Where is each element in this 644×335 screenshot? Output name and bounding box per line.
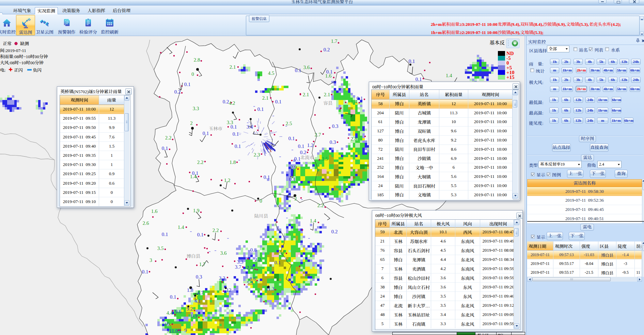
btn-wind-4h[interactable]: 4h bbox=[585, 77, 594, 83]
rain-accum-scrollbar[interactable] bbox=[512, 90, 518, 199]
wind-cell[interactable]: 4.2 bbox=[431, 264, 455, 273]
wind-cell[interactable]: 76 bbox=[375, 246, 390, 255]
rain5-cell[interactable]: 9.9 bbox=[99, 123, 125, 132]
rain-accum-cell[interactable]: 博白 bbox=[390, 136, 409, 145]
rain-accum-cell[interactable]: 127 bbox=[372, 127, 390, 136]
rain5-cell[interactable]: 1 bbox=[99, 160, 125, 169]
toolbar-item-docs[interactable]: 预警制作 bbox=[57, 15, 76, 35]
wind-col-header[interactable]: 序号 bbox=[375, 220, 390, 228]
wind-cell[interactable]: 10.1 bbox=[431, 228, 455, 237]
toolbar-item-calendar[interactable]: 监控刷新 bbox=[100, 15, 119, 35]
btn-wind-12h[interactable]: 12h bbox=[619, 77, 629, 83]
wind-cell[interactable]: 东风 bbox=[455, 283, 480, 292]
wind-cell[interactable]: 3.3 bbox=[431, 319, 455, 329]
rain-accum-cell[interactable]: 2019-07-11 10:00 bbox=[468, 136, 513, 145]
rain-accum-cell[interactable]: 6.9 bbox=[439, 154, 468, 163]
btn-rain-stat-3h_m[interactable]: 3h+m bbox=[590, 67, 600, 73]
wind-cell[interactable]: 3.6 bbox=[431, 283, 455, 292]
rain5-cell[interactable]: 2019-07-11 09:10 bbox=[60, 197, 99, 206]
rain-accum-cell[interactable]: 博白 bbox=[390, 127, 409, 136]
elevation-select[interactable]: 2.4 bbox=[597, 161, 622, 168]
btn-vis-12h[interactable]: 12h bbox=[574, 118, 583, 123]
minimize-button[interactable] bbox=[598, 0, 607, 3]
up-arrow-icon[interactable] bbox=[642, 180, 644, 182]
rain-accum-cell[interactable]: 文地镇 bbox=[409, 190, 439, 200]
alert-scroll-up-icon[interactable] bbox=[640, 16, 644, 20]
wind-cell[interactable]: 7 bbox=[375, 264, 390, 273]
wind-cell[interactable]: 2019-07-11 09:26 bbox=[480, 283, 517, 292]
lightning-cell[interactable]: -1.4 bbox=[616, 251, 635, 259]
rain5min-table[interactable]: 观测时间雨量2019-07-11 10:00122019-07-11 09:55… bbox=[60, 95, 130, 207]
wind-cell[interactable]: 2019-07-11 09:59 bbox=[480, 273, 517, 283]
wind-cell[interactable]: 玉林 bbox=[390, 310, 407, 319]
lightning-cell[interactable]: 2019-07-11 bbox=[527, 251, 553, 259]
sidebar-collapse-icon[interactable] bbox=[642, 39, 644, 42]
station-select-button[interactable]: 站点选择 bbox=[552, 144, 571, 152]
wind-cell[interactable]: 石南镇 bbox=[407, 319, 431, 329]
btn-wind-1h[interactable]: 1h bbox=[550, 77, 559, 83]
menu-tab-1[interactable]: 环境气象 bbox=[11, 7, 34, 14]
scroll-down-button[interactable] bbox=[513, 193, 518, 199]
rain-accum-cell[interactable]: 博白 bbox=[390, 118, 409, 127]
wind-cell[interactable]: 2019-07-11 08:34 bbox=[480, 255, 517, 264]
rain-accum-col-header[interactable]: 所属县 bbox=[390, 90, 409, 99]
map-mini-toolbar[interactable] bbox=[506, 39, 519, 48]
checkbox-show-radar[interactable] bbox=[531, 172, 535, 176]
pin-icon[interactable] bbox=[636, 38, 640, 43]
rain5-cell[interactable]: 2019-07-11 10:00 bbox=[60, 105, 99, 114]
wind-cell[interactable]: 4.4 bbox=[431, 255, 455, 264]
wind-cell[interactable]: 3.6 bbox=[431, 273, 455, 283]
rain-accum-cell[interactable]: 龙潭镇 bbox=[409, 118, 439, 127]
rain-accum-close-button[interactable] bbox=[513, 83, 519, 89]
rain-accum-cell[interactable]: 陆川 bbox=[390, 108, 409, 118]
lightning-cell[interactable]: -9.5 bbox=[616, 268, 635, 277]
maximize-button[interactable] bbox=[614, 0, 622, 3]
btn-rain-stat-1h_m[interactable]: 1h+m bbox=[562, 67, 573, 73]
wind-cell[interactable]: 东北风 bbox=[455, 319, 480, 329]
wind-table[interactable]: 序号所属县站名极大风风向出现时间59北流大容山顶10.1西风2019-07-11… bbox=[375, 219, 520, 330]
lightning-cell[interactable]: 博白县 bbox=[598, 251, 616, 259]
btn-vis-m[interactable]: m bbox=[597, 118, 608, 123]
rain-accum-cell[interactable]: 英桥镇 bbox=[409, 99, 439, 108]
rain-accum-cell[interactable]: 博白 bbox=[390, 99, 409, 108]
radar-next-button[interactable]: 下一张 bbox=[590, 170, 606, 178]
rain5-cell[interactable]: 2019-07-11 09:15 bbox=[60, 188, 99, 197]
btn-tmin-6h[interactable]: 6h bbox=[562, 97, 571, 103]
rain-accum-cell[interactable]: 良田石垌村 bbox=[409, 181, 439, 190]
wind-cell[interactable]: 2019-07-11 09:12 bbox=[480, 301, 517, 310]
btn-tmin-1h[interactable]: 1h bbox=[549, 97, 559, 103]
wind-cell[interactable]: 24 bbox=[375, 292, 390, 301]
wind-cell[interactable]: 石头石剑村 bbox=[407, 246, 431, 255]
rain-accum-cell[interactable]: 58 bbox=[372, 99, 390, 108]
wind-cell[interactable]: 博白 bbox=[390, 292, 407, 301]
btn-wind-stat-1h_m[interactable]: 1h+m bbox=[562, 86, 573, 92]
wind-cell[interactable]: 北流 bbox=[390, 228, 407, 237]
btn-tmin-1h_m[interactable]: 1h+m bbox=[597, 97, 608, 103]
menu-tab-4[interactable]: 人影指挥 bbox=[85, 7, 108, 14]
rain-accum-cell[interactable]: 2019-07-11 10:00 bbox=[468, 163, 513, 172]
rain5min-panel[interactable]: 英桥镇(N5702)逐5分钟累计雨量 观测时间雨量2019-07-11 10:0… bbox=[57, 86, 134, 208]
wind-cell[interactable]: 容县 bbox=[390, 273, 407, 283]
rain-accum-cell[interactable]: 24 bbox=[372, 181, 390, 190]
rain-accum-cell[interactable]: 5.6 bbox=[439, 172, 468, 181]
scroll-thumb[interactable] bbox=[125, 113, 129, 131]
rain5-cell[interactable]: 2019-07-11 09:40 bbox=[60, 142, 99, 151]
wind-cell[interactable]: 2019-07-11 09:09 bbox=[480, 310, 517, 319]
toolbar-item-radar[interactable]: 雷达图 bbox=[16, 15, 35, 35]
alert-scrollbar[interactable] bbox=[640, 16, 644, 35]
alert-scroll-down-icon[interactable] bbox=[640, 32, 644, 35]
lightning-cell[interactable] bbox=[635, 251, 642, 259]
wind-cell[interactable]: 2019-07-11 09:59 bbox=[480, 264, 517, 273]
rain-accum-cell[interactable]: 文地一中 bbox=[409, 163, 439, 172]
rain-accum-cell[interactable]: 204 bbox=[372, 108, 390, 118]
wind-col-header[interactable]: 站名 bbox=[407, 220, 431, 228]
scroll-thumb[interactable] bbox=[643, 183, 644, 190]
rain-accum-cell[interactable]: 2019-07-11 10:00 bbox=[468, 181, 513, 190]
btn-rain-stat-2h_m[interactable]: 2h+m bbox=[576, 67, 587, 73]
lightning-col-header[interactable]: 误差 bbox=[635, 241, 642, 251]
lightning-col-header[interactable]: 强度 bbox=[580, 241, 598, 251]
btn-tmax-1h[interactable]: 1h bbox=[549, 107, 559, 113]
scroll-right-button[interactable] bbox=[637, 277, 642, 282]
wind-cell[interactable]: 21 bbox=[375, 237, 390, 246]
btn-vis-6h[interactable]: 6h bbox=[562, 118, 571, 123]
